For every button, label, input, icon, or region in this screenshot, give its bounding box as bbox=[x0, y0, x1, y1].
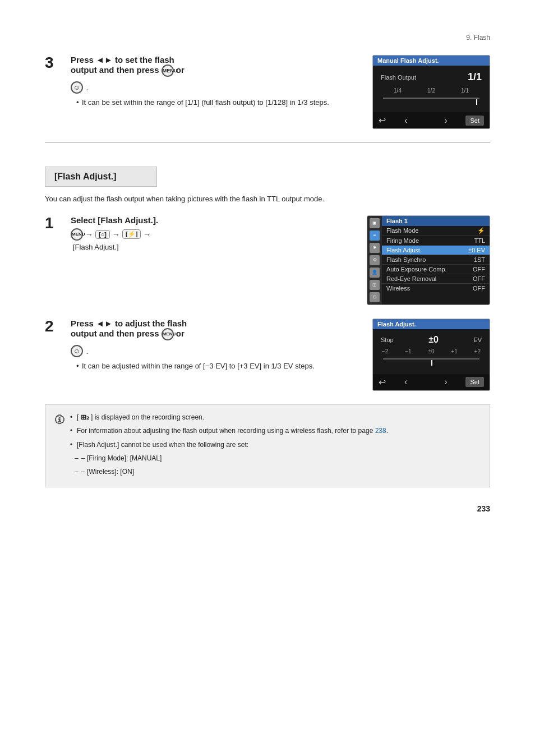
note-item-2: For information about adjusting the flas… bbox=[70, 425, 481, 436]
step3-left: 3 Press ◄► to set the flashoutput and th… bbox=[45, 55, 361, 121]
flash-adjust-screen-title: Flash Adjust. bbox=[373, 319, 490, 329]
sidebar-icon-3: ✱ bbox=[370, 243, 380, 253]
flash-adjust-heading: [Flash Adjust.] bbox=[45, 167, 157, 187]
flash-adjust-scale: −2 −1 ±0 +1 +2 bbox=[381, 348, 482, 354]
step2-row: 2 Press ◄► to adjust the flashoutput and… bbox=[45, 319, 490, 391]
back-icon2[interactable]: ↩ bbox=[379, 377, 386, 388]
flash-adjust-val: ±0 EV bbox=[468, 247, 485, 253]
flash-slider-bar bbox=[383, 98, 479, 99]
flash-adjust-screen: Flash Adjust. Stop ±0 EV −2 −1 ±0 +1 +2 bbox=[372, 319, 490, 391]
divider1 bbox=[45, 142, 490, 143]
left-arrow[interactable]: ‹ bbox=[404, 116, 407, 126]
touch-dial-icon2[interactable]: ☺ bbox=[71, 345, 83, 357]
step2-screen: Flash Adjust. Stop ±0 EV −2 −1 ±0 +1 +2 bbox=[372, 319, 490, 391]
step3-row: 3 Press ◄► to set the flashoutput and th… bbox=[45, 55, 490, 129]
auto-exp-label: Auto Exposure Comp. bbox=[386, 266, 447, 273]
wireless-label: Wireless bbox=[386, 285, 410, 292]
menu-icon-step1[interactable]: MENU bbox=[71, 228, 83, 241]
sidebar-icon-2: ≡ bbox=[370, 231, 380, 241]
flash-output-value: 1/1 bbox=[468, 71, 482, 83]
back-icon[interactable]: ↩ bbox=[379, 115, 386, 126]
auto-exp-val: OFF bbox=[473, 266, 485, 273]
stop-value: ±0 bbox=[428, 335, 439, 345]
touch-dial-icon[interactable]: ☺ bbox=[71, 81, 83, 94]
flash-output-nav: ↩ ‹ › Set bbox=[373, 112, 490, 128]
step1-row: 1 Select [Flash Adjust.]. MENU → [○] → [… bbox=[45, 215, 490, 305]
menu-sidebar: ▣ ≡ ✱ ⚙ 👤 ◫ ⊟ bbox=[367, 216, 382, 305]
scale-1-4: 1/4 bbox=[394, 87, 402, 94]
section-desc: You can adjust the flash output when tak… bbox=[45, 193, 490, 205]
step3-screen: Manual Flash Adjust. Flash Output 1/1 1/… bbox=[372, 55, 490, 129]
flash-synchro-label: Flash Synchro bbox=[386, 256, 426, 263]
flash-output-row: Flash Output 1/1 bbox=[381, 71, 482, 83]
row-flash-synchro: Flash Synchro1ST bbox=[382, 255, 490, 265]
arrow3: → bbox=[143, 230, 151, 239]
row-flash-adjust[interactable]: Flash Adjust.±0 EV bbox=[382, 246, 490, 255]
menu-button-icon2[interactable]: MENU bbox=[162, 328, 174, 340]
step2-bullets: It can be adjusted within the range of [… bbox=[71, 361, 361, 372]
right-arrow[interactable]: › bbox=[444, 116, 447, 126]
note-content: [ ⊞₂ ] is displayed on the recording scr… bbox=[70, 412, 481, 480]
flash-output-scale: 1/4 1/2 1/1 bbox=[381, 87, 482, 94]
left-arrow2[interactable]: ‹ bbox=[404, 377, 407, 387]
sidebar-icon-6: ◫ bbox=[370, 280, 380, 290]
flash-adjust-bar bbox=[383, 358, 479, 359]
camera-icon: [○] bbox=[95, 230, 110, 239]
flash-adjust-body: Stop ±0 EV −2 −1 ±0 +1 +2 bbox=[373, 329, 490, 374]
flash-slider bbox=[381, 98, 482, 107]
note-dash-1: – [Firing Mode]: [MANUAL] bbox=[70, 453, 481, 464]
flash1-screen: ▣ ≡ ✱ ⚙ 👤 ◫ ⊟ Flash 1 Flash Mode⚡ Firing… bbox=[367, 215, 490, 305]
flash-output-label: Flash Output bbox=[381, 74, 416, 81]
step3-title: Press ◄► to set the flashoutput and then… bbox=[71, 55, 361, 77]
step2-bullet1: It can be adjusted within the range of [… bbox=[76, 361, 361, 372]
note-list: [ ⊞₂ ] is displayed on the recording scr… bbox=[70, 412, 481, 478]
page-number: 233 bbox=[45, 504, 490, 513]
note-dash-2: – [Wireless]: [ON] bbox=[70, 466, 481, 477]
red-eye-label: Red-Eye Removal bbox=[386, 275, 436, 282]
row-firing-mode: Firing ModeTTL bbox=[382, 236, 490, 246]
step1-block: 1 Select [Flash Adjust.]. MENU → [○] → [… bbox=[45, 215, 356, 251]
arrow2: → bbox=[112, 230, 120, 239]
scale-p1: +1 bbox=[451, 348, 457, 354]
flash-adjust-stop-row: Stop ±0 EV bbox=[381, 335, 482, 345]
right-arrow2[interactable]: › bbox=[444, 377, 447, 387]
flash1-title: Flash 1 bbox=[382, 216, 490, 226]
sidebar-icon-7: ⊟ bbox=[370, 292, 380, 302]
step1-number: 1 bbox=[45, 215, 65, 231]
step2-block: 2 Press ◄► to adjust the flashoutput and… bbox=[45, 319, 361, 373]
flash-synchro-val: 1ST bbox=[474, 256, 485, 263]
step3-bullets: It can be set within the range of [1/1] … bbox=[71, 97, 361, 108]
step2-content: Press ◄► to adjust the flashoutput and t… bbox=[71, 319, 361, 373]
note-item-1: [ ⊞₂ ] is displayed on the recording scr… bbox=[70, 412, 481, 423]
note-text-2: For information about adjusting the flas… bbox=[77, 427, 388, 435]
row-wireless: WirelessOFF bbox=[382, 284, 490, 293]
set-button2[interactable]: Set bbox=[465, 377, 484, 387]
menu-content: Flash 1 Flash Mode⚡ Firing ModeTTL Flash… bbox=[382, 216, 490, 305]
step2-title: Press ◄► to adjust the flashoutput and t… bbox=[71, 319, 361, 340]
flash-mode-val: ⚡ bbox=[477, 227, 485, 234]
flash-adjust-slider bbox=[381, 358, 482, 367]
row-flash-mode: Flash Mode⚡ bbox=[382, 226, 490, 236]
scale-1-1: 1/1 bbox=[461, 87, 469, 94]
step1-content: Select [Flash Adjust.]. MENU → [○] → [⚡]… bbox=[71, 215, 356, 251]
page-link[interactable]: 238 bbox=[375, 427, 386, 435]
step3-content: Press ◄► to set the flashoutput and then… bbox=[71, 55, 361, 109]
step3-touch-icon: ☺ . bbox=[71, 80, 361, 94]
step2-touch-icon: ☺ . bbox=[71, 344, 361, 357]
step2-left: 2 Press ◄► to adjust the flashoutput and… bbox=[45, 319, 361, 384]
firing-mode-label: Firing Mode bbox=[386, 237, 419, 244]
sidebar-icon-1: ▣ bbox=[370, 218, 380, 228]
scale-m2: −2 bbox=[382, 348, 388, 354]
manual-flash-body: Flash Output 1/1 1/4 1/2 1/1 bbox=[373, 66, 490, 112]
stop-label: Stop bbox=[381, 336, 394, 343]
step1-screen: ▣ ≡ ✱ ⚙ 👤 ◫ ⊟ Flash 1 Flash Mode⚡ Firing… bbox=[367, 215, 490, 305]
row-red-eye: Red-Eye RemovalOFF bbox=[382, 274, 490, 284]
menu-button-icon[interactable]: MENU bbox=[162, 64, 174, 77]
flash-adjust-label: Flash Adjust. bbox=[386, 247, 422, 253]
note-dash-text-2: – [Wireless]: [ON] bbox=[81, 468, 134, 476]
step1-left: 1 Select [Flash Adjust.]. MENU → [○] → [… bbox=[45, 215, 356, 262]
step2-number: 2 bbox=[45, 319, 65, 334]
step1-label: [Flash Adjust.] bbox=[73, 243, 356, 251]
set-button[interactable]: Set bbox=[465, 116, 484, 126]
flash-adjust-marker bbox=[431, 360, 432, 366]
